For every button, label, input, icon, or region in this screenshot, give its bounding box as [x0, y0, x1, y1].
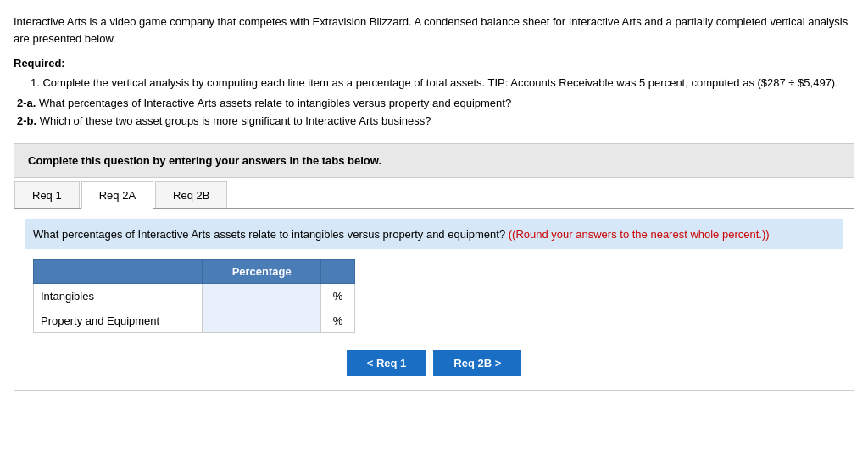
intro-paragraph: Interactive Arts is a video game company…: [14, 14, 854, 47]
tabs-row: Req 1 Req 2A Req 2B: [14, 178, 854, 209]
tab-req2a[interactable]: Req 2A: [81, 181, 153, 209]
req-item-2a: 2-a. What percentages of Interactive Art…: [17, 95, 854, 112]
req-2b-text: Which of these two asset groups is more …: [40, 114, 431, 127]
col-header-label: [34, 260, 203, 284]
table-row-intangibles: Intangibles %: [34, 284, 355, 308]
tab-content-req2a: What percentages of Interactive Arts ass…: [14, 209, 854, 391]
property-equipment-percent-symbol: %: [321, 308, 355, 333]
tab-req2b[interactable]: Req 2B: [155, 181, 227, 208]
tabs-container: Req 1 Req 2A Req 2B What percentages of …: [14, 178, 854, 391]
property-equipment-input[interactable]: [203, 308, 320, 332]
percentage-table: Percentage Intangibles % Property and Eq…: [33, 259, 355, 333]
req-item-1: 1. Complete the vertical analysis by com…: [31, 75, 854, 92]
table-row-property-equipment: Property and Equipment %: [34, 308, 355, 333]
required-section: Required: 1. Complete the vertical analy…: [14, 57, 854, 130]
col-header-empty: [321, 260, 355, 284]
req-item-2b: 2-b. Which of these two asset groups is …: [17, 113, 854, 130]
question-part2: ((Round your answers to the nearest whol…: [509, 228, 770, 241]
property-equipment-label: Property and Equipment: [34, 308, 203, 333]
buttons-row: < Req 1 Req 2B >: [25, 350, 843, 376]
complete-box: Complete this question by entering your …: [14, 143, 854, 178]
next-button[interactable]: Req 2B >: [433, 350, 521, 376]
complete-box-text: Complete this question by entering your …: [28, 154, 381, 167]
col-header-percentage: Percentage: [203, 260, 321, 284]
intangibles-label: Intangibles: [34, 284, 203, 308]
intangibles-input[interactable]: [203, 284, 320, 308]
question-text-box: What percentages of Interactive Arts ass…: [25, 219, 843, 250]
question-part2-inner: (Round your answers to the nearest whole…: [512, 228, 765, 241]
property-equipment-input-cell: [203, 308, 321, 333]
req-2a-text: What percentages of Interactive Arts ass…: [39, 97, 511, 109]
intangibles-percent-symbol: %: [321, 284, 355, 308]
tab-req1[interactable]: Req 1: [14, 181, 80, 208]
req-2b-label: 2-b.: [17, 114, 36, 127]
question-part1: What percentages of Interactive Arts ass…: [33, 228, 505, 241]
data-table-wrapper: Percentage Intangibles % Property and Eq…: [33, 259, 843, 333]
req-2a-label: 2-a.: [17, 97, 36, 109]
prev-button[interactable]: < Req 1: [347, 350, 427, 376]
required-label: Required:: [14, 57, 854, 69]
intangibles-input-cell: [203, 284, 321, 308]
